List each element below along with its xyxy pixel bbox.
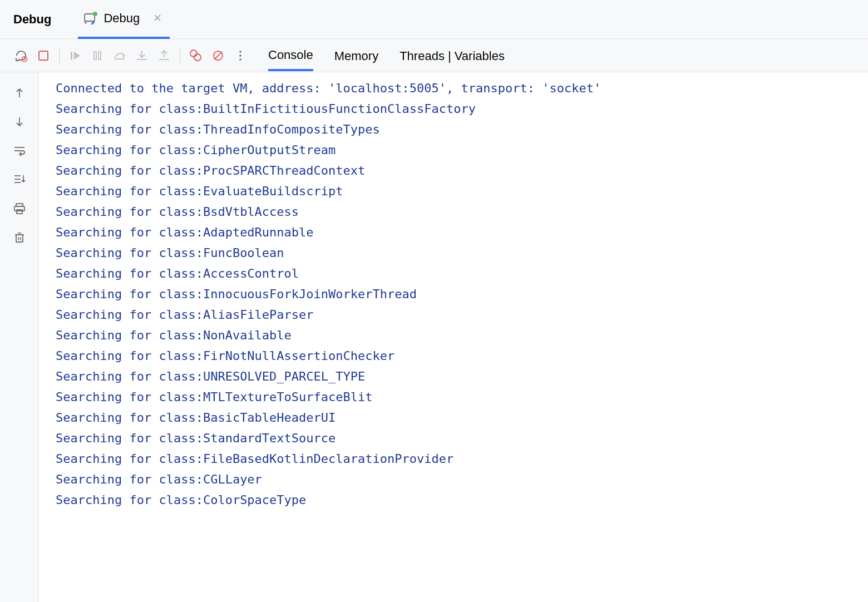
svg-point-18: [239, 58, 241, 61]
svg-point-13: [194, 54, 201, 61]
step-into-button[interactable]: [131, 45, 153, 67]
svg-point-17: [239, 55, 241, 57]
console-line: Searching for class:FirNotNullAssertionC…: [56, 346, 859, 366]
console-line: Searching for class:AdaptedRunnable: [56, 222, 859, 243]
more-actions-button[interactable]: [229, 45, 251, 67]
console-output[interactable]: Connected to the target VM, address: 'lo…: [39, 72, 868, 602]
resume-button[interactable]: [64, 45, 86, 67]
clear-all-button[interactable]: [8, 226, 31, 249]
run-config-tab-label: Debug: [103, 11, 140, 26]
svg-point-1: [93, 12, 97, 16]
console-line: Searching for class:InnocuousForkJoinWor…: [56, 284, 859, 304]
step-over-button[interactable]: [108, 45, 131, 67]
toolbar-separator: [59, 47, 60, 64]
debug-toolbar: Console Memory Threads | Variables: [0, 39, 868, 72]
step-out-button[interactable]: [153, 45, 175, 67]
console-line: Searching for class:FuncBoolean: [56, 243, 859, 263]
console-line: Searching for class:UNRESOLVED_PARCEL_TY…: [56, 366, 859, 387]
mute-breakpoints-button[interactable]: [207, 45, 229, 67]
memory-tab[interactable]: Memory: [334, 41, 378, 70]
next-occurrence-button[interactable]: [8, 110, 31, 134]
run-config-tab[interactable]: Debug: [78, 0, 170, 39]
console-line: Searching for class:StandardTextSource: [56, 428, 859, 448]
soft-wrap-button[interactable]: [8, 139, 31, 162]
print-button[interactable]: [8, 197, 31, 220]
svg-rect-28: [17, 210, 22, 214]
tool-window-title: Debug: [13, 12, 51, 27]
svg-rect-0: [85, 14, 95, 21]
console-line: Searching for class:BasicTableHeaderUI: [56, 407, 859, 428]
console-line: Searching for class:NonAvailable: [56, 325, 859, 346]
svg-rect-4: [71, 52, 72, 60]
console-line: Searching for class:FileBasedKotlinDecla…: [56, 448, 859, 469]
console-line: Searching for class:AliasFileParser: [56, 304, 859, 325]
console-line: Searching for class:ProcSPARCThreadConte…: [56, 160, 859, 181]
console-line: Searching for class:EvaluateBuildscript: [56, 181, 859, 201]
console-line: Searching for class:BsdVtblAccess: [56, 201, 859, 222]
debug-body: Connected to the target VM, address: 'lo…: [0, 72, 868, 602]
svg-point-12: [190, 50, 197, 57]
close-tab-button[interactable]: [153, 13, 162, 24]
view-breakpoints-button[interactable]: [185, 45, 207, 67]
stop-button[interactable]: [32, 45, 55, 67]
scroll-to-end-button[interactable]: [8, 168, 31, 191]
tool-window-header: Debug Debug: [0, 0, 868, 39]
svg-rect-5: [94, 52, 96, 60]
debug-view-tabs: Console Memory Threads | Variables: [268, 40, 505, 71]
debug-config-icon: [83, 11, 98, 26]
console-tab[interactable]: Console: [268, 40, 313, 71]
console-line: Searching for class:ThreadInfoCompositeT…: [56, 119, 859, 140]
toolbar-separator: [180, 47, 180, 64]
previous-occurrence-button[interactable]: [8, 81, 31, 105]
svg-point-16: [239, 51, 241, 53]
console-line: Searching for class:ColorSpaceType: [56, 490, 859, 510]
pause-button[interactable]: [86, 45, 108, 67]
console-line: Connected to the target VM, address: 'lo…: [56, 78, 859, 98]
svg-rect-6: [98, 52, 101, 60]
console-line: Searching for class:AccessControl: [56, 263, 859, 284]
rerun-button[interactable]: [10, 45, 32, 67]
console-line: Searching for class:CGLLayer: [56, 469, 859, 490]
console-line: Searching for class:BuiltInFictitiousFun…: [56, 98, 859, 119]
console-line: Searching for class:MTLTextureToSurfaceB…: [56, 387, 859, 407]
svg-rect-29: [16, 235, 23, 242]
svg-line-15: [214, 52, 222, 60]
console-line: Searching for class:CipherOutputStream: [56, 140, 859, 160]
svg-rect-3: [39, 51, 48, 60]
threads-variables-tab[interactable]: Threads | Variables: [400, 41, 505, 70]
console-side-toolbar: [0, 72, 39, 602]
